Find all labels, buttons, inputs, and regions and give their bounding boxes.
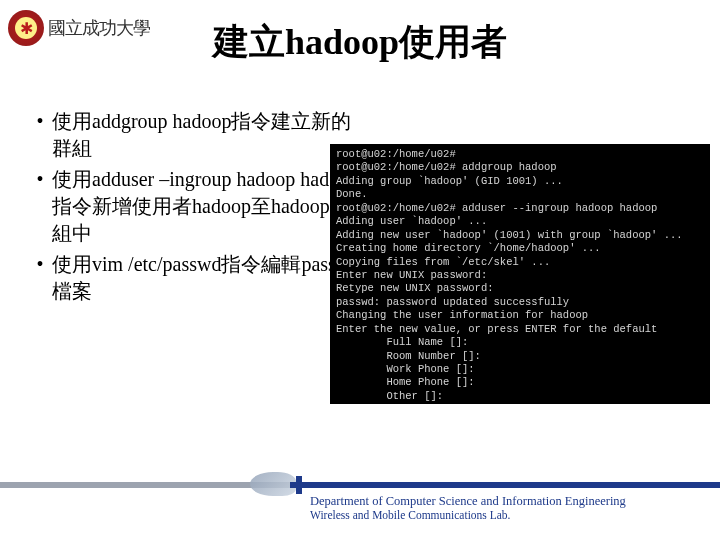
terminal-screenshot: root@u02:/home/u02# root@u02:/home/u02# … (330, 144, 710, 404)
terminal-line: Enter new UNIX password: (336, 269, 487, 281)
list-item: • 使用vim /etc/passwd指令編輯passwd檔案 (28, 251, 368, 305)
terminal-line: Is the information correct? [Y/n] Y (336, 403, 557, 404)
bullet-marker: • (28, 108, 52, 162)
terminal-line: Adding user `hadoop' ... (336, 215, 487, 227)
university-logo-block: 國立成功大學 (8, 10, 150, 46)
lab-name: Wireless and Mobile Communications Lab. (310, 509, 626, 521)
department-name: Department of Computer Science and Infor… (310, 494, 626, 509)
bullet-marker: • (28, 166, 52, 247)
terminal-line: Work Phone []: (336, 363, 475, 375)
list-item: • 使用adduser –ingroup hadoop hadoop指令新增使用… (28, 166, 368, 247)
terminal-line: Full Name []: (336, 336, 468, 348)
university-name: 國立成功大學 (48, 16, 150, 40)
terminal-line: Enter the new value, or press ENTER for … (336, 323, 657, 335)
bullet-text: 使用adduser –ingroup hadoop hadoop指令新增使用者h… (52, 166, 368, 247)
terminal-line: root@u02:/home/u02# addgroup hadoop (336, 161, 557, 173)
terminal-line: Other []: (336, 390, 443, 402)
terminal-line: root@u02:/home/u02# adduser --ingroup ha… (336, 202, 657, 214)
terminal-line: Home Phone []: (336, 376, 475, 388)
slide-footer: Department of Computer Science and Infor… (0, 482, 720, 540)
terminal-line: Adding group `hadoop' (GID 1001) ... (336, 175, 563, 187)
terminal-line: passwd: password updated successfully (336, 296, 569, 308)
terminal-line: Adding new user `hadoop' (1001) with gro… (336, 229, 683, 241)
list-item: • 使用addgroup hadoop指令建立新的群組 (28, 108, 368, 162)
terminal-line: root@u02:/home/u02# (336, 148, 456, 160)
terminal-line: Retype new UNIX password: (336, 282, 494, 294)
university-emblem-icon (8, 10, 44, 46)
bullet-text: 使用addgroup hadoop指令建立新的群組 (52, 108, 368, 162)
terminal-line: Room Number []: (336, 350, 481, 362)
terminal-line: Done. (336, 188, 368, 200)
bullet-list: • 使用addgroup hadoop指令建立新的群組 • 使用adduser … (28, 108, 368, 309)
bullet-marker: • (28, 251, 52, 305)
footer-tick (296, 476, 302, 494)
terminal-line: Copying files from `/etc/skel' ... (336, 256, 550, 268)
terminal-line: Creating home directory `/home/hadoop' .… (336, 242, 601, 254)
footer-divider-blue (290, 482, 720, 488)
department-block: Department of Computer Science and Infor… (310, 494, 626, 521)
terminal-line: Changing the user information for hadoop (336, 309, 588, 321)
bullet-text: 使用vim /etc/passwd指令編輯passwd檔案 (52, 251, 368, 305)
